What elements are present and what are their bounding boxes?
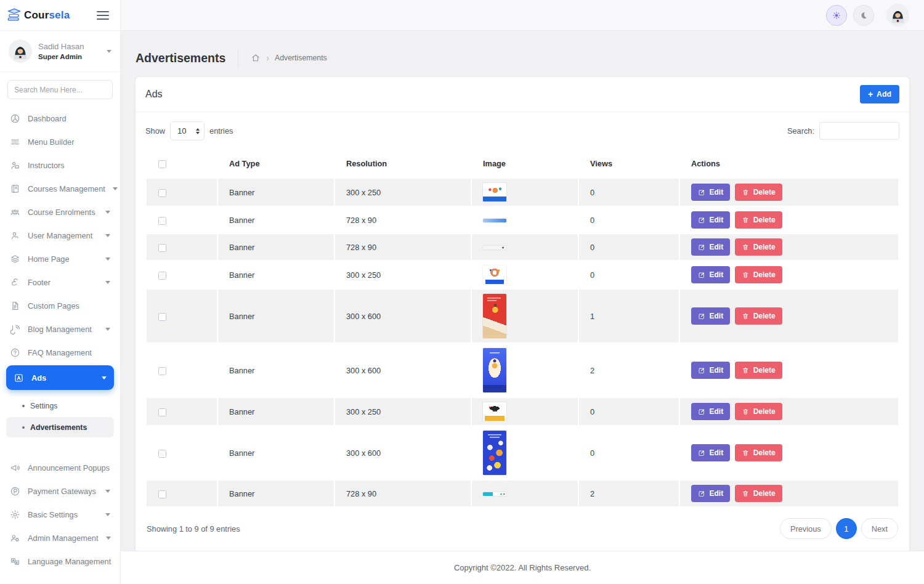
ad-thumbnail[interactable] bbox=[483, 294, 506, 338]
delete-button[interactable]: Delete bbox=[735, 403, 782, 420]
ad-type-cell: Banner bbox=[218, 290, 334, 343]
image-cell bbox=[472, 481, 578, 506]
ad-thumbnail[interactable] bbox=[483, 219, 506, 222]
col-views[interactable]: Views bbox=[579, 154, 679, 177]
col-image[interactable]: Image bbox=[472, 154, 578, 177]
ad-thumbnail[interactable] bbox=[483, 402, 506, 421]
sidebar-item-announcement-popups[interactable]: Announcement Popups bbox=[0, 456, 120, 479]
delete-button[interactable]: Delete bbox=[735, 307, 782, 325]
profile-avatar-button[interactable] bbox=[886, 4, 909, 26]
sidebar-item-instructors[interactable]: Instructors bbox=[0, 153, 120, 177]
sidebar-subitem-settings[interactable]: Settings bbox=[6, 395, 114, 416]
row-checkbox[interactable] bbox=[158, 244, 166, 252]
sidebar-item-course-enrolments[interactable]: Course Enrolments bbox=[0, 200, 120, 224]
delete-button[interactable]: Delete bbox=[735, 238, 782, 256]
ad-thumbnail[interactable] bbox=[483, 492, 506, 496]
sidebar-item-ads[interactable]: Ads bbox=[6, 365, 114, 390]
entries-select[interactable]: 10 bbox=[170, 121, 205, 140]
delete-button[interactable]: Delete bbox=[735, 485, 782, 502]
sidebar-search-input[interactable] bbox=[7, 80, 113, 99]
edit-button[interactable]: Edit bbox=[691, 403, 730, 420]
table-search-input[interactable] bbox=[819, 122, 899, 140]
actions-cell: EditDelete bbox=[680, 344, 898, 397]
edit-button[interactable]: Edit bbox=[691, 444, 730, 461]
row-checkbox[interactable] bbox=[158, 490, 166, 498]
ad-type-cell: Banner bbox=[218, 344, 334, 397]
row-checkbox[interactable] bbox=[158, 217, 166, 225]
select-all-checkbox[interactable] bbox=[158, 160, 166, 168]
col-actions[interactable]: Actions bbox=[680, 154, 898, 177]
sidebar-item-basic-settings[interactable]: Basic Settings bbox=[0, 503, 120, 526]
sidebar-item-footer[interactable]: Footer bbox=[0, 270, 120, 294]
sidebar-item-dashboard[interactable]: Dashboard bbox=[0, 107, 120, 130]
chevron-down-icon bbox=[105, 211, 110, 214]
edit-button[interactable]: Edit bbox=[691, 362, 730, 379]
dark-mode-button[interactable] bbox=[853, 5, 874, 26]
add-button[interactable]: +Add bbox=[860, 85, 899, 103]
delete-button[interactable]: Delete bbox=[735, 266, 782, 283]
edit-button[interactable]: Edit bbox=[691, 266, 730, 283]
ad-thumbnail[interactable] bbox=[483, 348, 506, 392]
ad-thumbnail[interactable] bbox=[483, 266, 506, 284]
language-icon bbox=[10, 556, 20, 567]
show-label: Show bbox=[145, 126, 165, 136]
delete-button[interactable]: Delete bbox=[735, 444, 782, 461]
delete-button[interactable]: Delete bbox=[735, 184, 782, 201]
edit-button[interactable]: Edit bbox=[691, 238, 730, 256]
ad-thumbnail[interactable] bbox=[483, 246, 506, 249]
courses-icon bbox=[10, 184, 20, 194]
coursela-logo-icon bbox=[6, 7, 22, 23]
image-cell bbox=[472, 179, 578, 206]
chevron-down-icon bbox=[102, 376, 107, 379]
edit-button[interactable]: Edit bbox=[691, 211, 730, 229]
col-ad-type[interactable]: Ad Type bbox=[218, 154, 334, 177]
sidebar-item-label: FAQ Management bbox=[28, 348, 110, 357]
delete-button[interactable]: Delete bbox=[735, 362, 782, 379]
ad-thumbnail[interactable] bbox=[483, 431, 506, 475]
breadcrumb-home-link[interactable] bbox=[251, 53, 261, 63]
actions-cell: EditDelete bbox=[680, 426, 898, 479]
row-checkbox[interactable] bbox=[158, 189, 166, 197]
views-cell: 0 bbox=[579, 179, 679, 206]
payment-icon bbox=[10, 486, 20, 497]
edit-icon bbox=[698, 490, 706, 498]
pagination-next-button[interactable]: Next bbox=[861, 518, 898, 539]
ads-table: Ad Type Resolution Image Views Actions B… bbox=[145, 153, 899, 508]
ad-thumbnail[interactable] bbox=[483, 183, 506, 201]
sidebar-subitem-advertisements[interactable]: Advertisements bbox=[6, 417, 114, 437]
row-checkbox[interactable] bbox=[158, 367, 166, 375]
sidebar-item-courses-management[interactable]: Courses Management bbox=[0, 177, 120, 200]
pagination-page-1-button[interactable]: 1 bbox=[836, 518, 857, 539]
row-checkbox[interactable] bbox=[158, 313, 166, 321]
user-menu[interactable]: Sadid Hasan Super Admin bbox=[0, 31, 120, 72]
sidebar-header: Coursela bbox=[0, 0, 120, 31]
hamburger-icon[interactable] bbox=[94, 9, 111, 22]
table-row: Banner300 x 2500EditDelete bbox=[147, 261, 898, 288]
edit-button[interactable]: Edit bbox=[691, 184, 730, 201]
row-checkbox[interactable] bbox=[158, 272, 166, 280]
sidebar-item-blog-management[interactable]: Blog Management bbox=[0, 317, 120, 341]
sidebar-item-faq-management[interactable]: FAQ Management bbox=[0, 341, 120, 364]
resolution-cell: 300 x 600 bbox=[335, 344, 471, 397]
row-checkbox[interactable] bbox=[158, 408, 166, 416]
sidebar-item-language-management[interactable]: Language Management bbox=[0, 550, 120, 573]
pagination-previous-button[interactable]: Previous bbox=[780, 518, 832, 539]
sidebar-item-user-management[interactable]: User Management bbox=[0, 224, 120, 247]
ad-type-cell: Banner bbox=[218, 234, 334, 260]
brand-name: Coursela bbox=[24, 9, 70, 22]
edit-button[interactable]: Edit bbox=[691, 485, 730, 502]
light-mode-button[interactable] bbox=[826, 5, 847, 26]
sidebar-item-menu-builder[interactable]: Menu Builder bbox=[0, 130, 120, 153]
edit-button[interactable]: Edit bbox=[691, 307, 730, 325]
sidebar-item-admin-management[interactable]: Admin Management bbox=[0, 526, 120, 550]
ad-type-cell: Banner bbox=[218, 398, 334, 425]
ads-card: Ads +Add Show 10 entries bbox=[136, 77, 909, 551]
announcement-icon bbox=[10, 463, 20, 473]
row-checkbox[interactable] bbox=[158, 450, 166, 458]
col-resolution[interactable]: Resolution bbox=[335, 154, 471, 177]
sidebar-item-payment-gateways[interactable]: Payment Gateways bbox=[0, 479, 120, 503]
delete-button[interactable]: Delete bbox=[735, 211, 782, 229]
sidebar-item-home-page[interactable]: Home Page bbox=[0, 247, 120, 270]
brand-logo[interactable]: Coursela bbox=[6, 7, 70, 23]
sidebar-item-custom-pages[interactable]: Custom Pages bbox=[0, 294, 120, 317]
